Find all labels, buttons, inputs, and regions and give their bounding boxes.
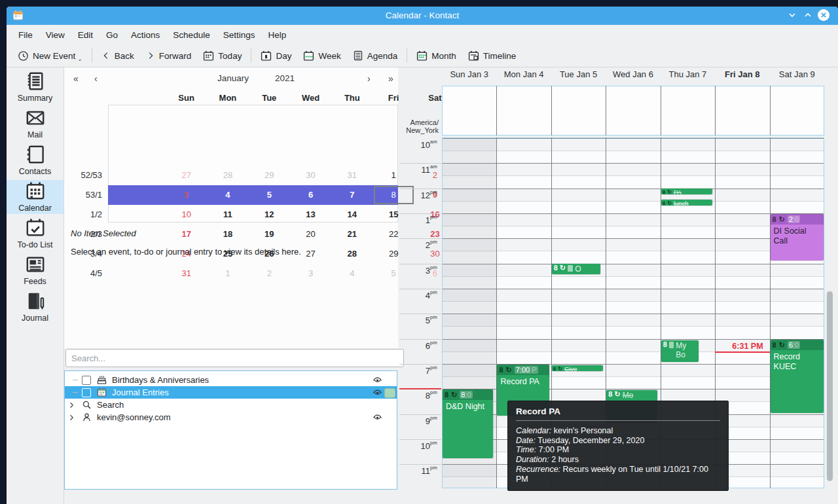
expander-icon[interactable] [67,401,76,409]
day-view-button[interactable]: Day [255,46,297,65]
sidebar-item-label: Journal [7,314,64,323]
today-button[interactable]: Today [197,46,247,65]
new-event-button[interactable]: New Event ⌄ [12,46,88,65]
minical-day[interactable]: 7 [331,185,373,205]
event[interactable]: 8↻PA [661,189,712,194]
sidebar-item-mail[interactable]: Mail [7,107,64,141]
day-header[interactable]: Mon Jan 4 [496,69,551,81]
time-label: 1pm [398,214,437,225]
minical-day[interactable]: 3 [290,264,331,283]
minical-day[interactable]: 30 [290,166,331,185]
calendar-list-item[interactable]: Journal Entries [65,386,397,399]
event[interactable]: 8↻Give [552,365,603,371]
minical-day[interactable]: 18 [207,225,248,244]
minical-day[interactable]: 4 [331,264,373,283]
minical-day[interactable]: 27 [166,166,207,185]
event[interactable]: 8↻8:0D&D Night [443,389,493,458]
sidebar-item-summary[interactable]: Summary [7,70,64,104]
calendar-list-item[interactable]: Birthdays & Anniversaries [65,374,397,386]
minical-day[interactable]: 19 [249,225,290,244]
month-view-button[interactable]: Month [410,46,462,65]
timeline-view-button[interactable]: Timeline [462,46,522,65]
minical-day[interactable]: 28 [207,166,248,185]
visibility-eye-icon[interactable] [373,375,382,385]
titlebar[interactable]: Calendar - Kontact [7,7,838,25]
sidebar-item-contacts[interactable]: Contacts [7,143,64,177]
prev-year-button[interactable]: « [73,73,79,84]
menu-settings[interactable]: Settings [217,27,262,43]
sidebar-item-calendar[interactable]: Calendar [7,180,64,214]
sidebar-item-to-do-list[interactable]: To-do List [7,217,64,251]
minical-dow-tue: Tue [249,93,290,106]
next-month-button[interactable]: › [367,73,371,84]
calendar-list-item[interactable]: kevin@sonney.com [65,411,397,423]
sidebar-item-label: Mail [7,130,64,139]
visibility-eye-icon[interactable] [373,387,382,397]
back-button[interactable]: Back [96,46,140,65]
timezone-label[interactable]: America/New_York [398,118,439,134]
minical-day[interactable]: 13 [290,205,331,225]
day-header[interactable]: Sun Jan 3 [442,69,496,81]
minical-day[interactable]: 21 [331,225,373,244]
calendar-checkbox[interactable] [82,388,91,397]
next-year-button[interactable]: » [388,73,393,84]
event[interactable]: 8↻lunch [661,200,712,206]
minical-day[interactable]: 10 [166,205,207,225]
minical-day[interactable]: 5 [249,185,290,205]
visibility-eye-icon[interactable] [373,412,382,422]
maximize-button[interactable] [803,10,813,20]
minical-day[interactable]: 4 [207,185,248,205]
attendee-icon: 8 [663,200,665,206]
menu-help[interactable]: Help [261,27,293,43]
day-column[interactable] [770,137,824,488]
minical-year[interactable]: 2021 [249,73,321,83]
forward-button[interactable]: Forward [140,46,198,65]
day-header[interactable]: Fri Jan 8 [715,69,769,81]
allday-row[interactable] [442,86,824,135]
day-header[interactable]: Sat Jan 9 [770,69,824,81]
minical-day[interactable]: 12 [249,205,290,225]
sidebar-item-journal[interactable]: Journal [7,290,64,324]
event[interactable]: 8↻O [552,264,600,274]
minical-day[interactable]: 3 [166,185,207,205]
minical-day[interactable]: 17 [166,225,207,244]
event[interactable]: 8↻2:0DI Social Call [771,214,824,261]
agenda-view-button[interactable]: Agenda [347,46,404,65]
scrollbar-thumb[interactable] [827,291,833,481]
calendar-checkbox[interactable] [82,376,91,385]
day-header[interactable]: Thu Jan 7 [661,69,715,81]
calendar-icon [26,181,45,201]
expander-icon[interactable] [67,414,76,422]
menu-view[interactable]: View [39,27,71,43]
event[interactable]: 8My Bo [661,340,699,362]
calendar-list-item[interactable]: Search [65,399,397,411]
minical-day[interactable]: 6 [290,185,331,205]
minical-day[interactable]: 11 [207,205,248,225]
day-header[interactable]: Tue Jan 5 [551,69,606,81]
column-separator [496,86,497,135]
recurrence-icon: ↻ [614,391,620,398]
close-button[interactable] [817,9,830,22]
minical-day[interactable]: 31 [331,166,373,185]
minical-day[interactable]: 20 [290,225,331,244]
minical-day[interactable]: 14 [331,205,373,225]
sidebar-item-feeds[interactable]: Feeds [7,253,64,287]
minical-day[interactable]: 31 [166,264,207,283]
menu-actions[interactable]: Actions [124,27,166,43]
minical-day[interactable]: 1 [207,264,248,283]
search-input[interactable] [65,349,404,367]
chevron-down-icon[interactable]: ⌄ [77,56,82,62]
menu-go[interactable]: Go [100,27,124,43]
prev-month-button[interactable]: ‹ [94,73,98,84]
minical-day[interactable]: 28 [331,244,373,264]
minimize-button[interactable] [787,10,797,20]
time-label: 10pm [398,440,437,451]
week-view-button[interactable]: Week [297,46,346,65]
minical-day[interactable]: 2 [249,264,290,283]
minical-day[interactable]: 29 [249,166,290,185]
day-header[interactable]: Wed Jan 6 [606,69,660,81]
menu-file[interactable]: File [12,27,39,43]
menu-edit[interactable]: Edit [71,27,100,43]
event[interactable]: 8↻6:0Record KUEC [771,340,824,413]
menu-schedule[interactable]: Schedule [166,27,216,43]
